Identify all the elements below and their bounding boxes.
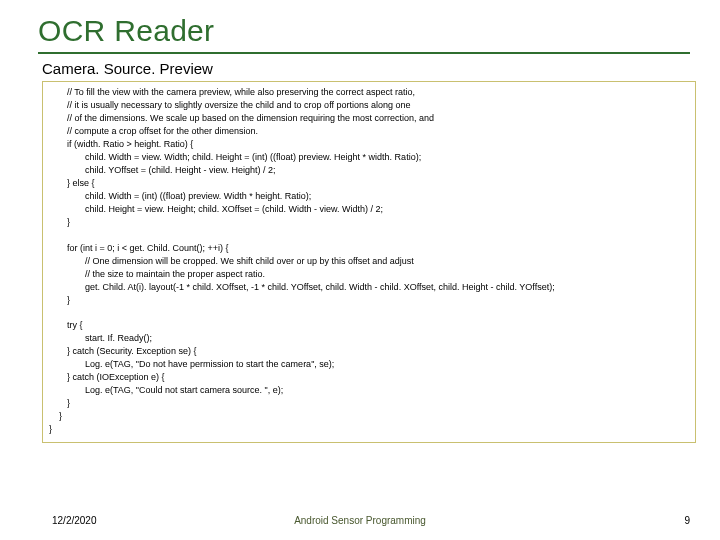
footer-date: 12/2/2020 <box>52 515 97 526</box>
page-title: OCR Reader <box>38 14 690 48</box>
code-line: get. Child. At(i). layout(-1 * child. XO… <box>49 281 689 294</box>
code-line: } else { <box>49 177 689 190</box>
code-line: start. If. Ready(); <box>49 332 689 345</box>
code-line: } <box>49 423 689 436</box>
code-line: // compute a crop offset for the other d… <box>49 125 689 138</box>
code-line: } <box>49 410 689 423</box>
code-line: try { <box>49 319 689 332</box>
title-rule <box>38 52 690 54</box>
code-line: } <box>49 397 689 410</box>
code-line: child. Width = (int) ((float) preview. W… <box>49 190 689 203</box>
code-line: // of the dimensions. We scale up based … <box>49 112 689 125</box>
code-block-3: try { start. If. Ready(); } catch (Secur… <box>49 319 689 436</box>
code-line: } catch (Security. Exception se) { <box>49 345 689 358</box>
code-line: } catch (IOException e) { <box>49 371 689 384</box>
code-line: for (int i = 0; i < get. Child. Count();… <box>49 242 689 255</box>
code-box: // To fill the view with the camera prev… <box>42 81 696 443</box>
code-block-2: for (int i = 0; i < get. Child. Count();… <box>49 242 689 307</box>
code-line: // it is usually necessary to slightly o… <box>49 99 689 112</box>
code-line: child. Height = view. Height; child. XOf… <box>49 203 689 216</box>
code-line: // One dimension will be cropped. We shi… <box>49 255 689 268</box>
code-line: } <box>49 216 689 229</box>
code-line: // To fill the view with the camera prev… <box>49 86 689 99</box>
code-line: child. YOffset = (child. Height - view. … <box>49 164 689 177</box>
code-line: Log. e(TAG, "Do not have permission to s… <box>49 358 689 371</box>
slide: OCR Reader Camera. Source. Preview // To… <box>0 0 720 540</box>
code-line: if (width. Ratio > height. Ratio) { <box>49 138 689 151</box>
footer-center: Android Sensor Programming <box>0 515 720 526</box>
code-block-1: // To fill the view with the camera prev… <box>49 86 689 230</box>
code-line: child. Width = view. Width; child. Heigh… <box>49 151 689 164</box>
code-line: // the size to maintain the proper aspec… <box>49 268 689 281</box>
footer: Android Sensor Programming 12/2/2020 9 <box>0 515 720 526</box>
footer-page-number: 9 <box>684 515 690 526</box>
subtitle: Camera. Source. Preview <box>42 60 690 77</box>
code-line: Log. e(TAG, "Could not start camera sour… <box>49 384 689 397</box>
code-line: } <box>49 294 689 307</box>
